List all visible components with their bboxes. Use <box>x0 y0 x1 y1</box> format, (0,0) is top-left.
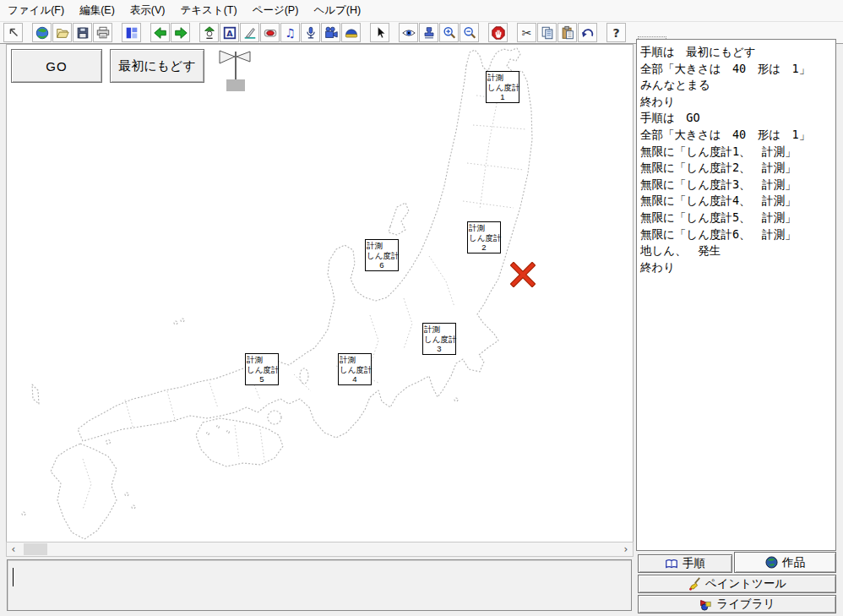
tab-procedure[interactable]: 手順 <box>638 554 732 573</box>
forward-arrow-icon <box>173 25 188 41</box>
forward-arrow-button[interactable] <box>171 23 190 42</box>
sensor-number: 1 <box>487 92 518 102</box>
book-icon <box>665 558 678 570</box>
tab-work-label: 作品 <box>782 555 805 570</box>
earthquake-marker[interactable] <box>510 262 536 287</box>
text-button[interactable]: A <box>220 23 239 42</box>
code-line: 終わり <box>640 259 835 276</box>
select-arrow-button[interactable] <box>3 23 23 42</box>
help-icon: ? <box>612 27 619 39</box>
movie-camera-button[interactable] <box>321 23 340 42</box>
reset-button[interactable]: 最初にもどす <box>110 49 204 83</box>
save-button[interactable] <box>73 23 92 42</box>
help-button[interactable]: ? <box>606 23 626 42</box>
sensor-number: 6 <box>367 260 397 270</box>
paint-tool-label: ペイントツール <box>705 576 786 591</box>
menu-item[interactable]: 編集(E) <box>72 0 122 21</box>
paste-button[interactable] <box>557 23 577 42</box>
shapes-icon <box>699 597 712 611</box>
menu-bar: ファイル(F)編集(E)表示(V)テキスト(T)ページ(P)ヘルプ(H) <box>0 0 843 22</box>
stop-hand-button[interactable] <box>488 23 508 42</box>
globe-icon <box>765 556 778 569</box>
canvas-hscrollbar: ‹ › <box>7 542 633 556</box>
x-icon <box>510 262 536 287</box>
sensor-label-line1: 計測 <box>340 355 370 365</box>
code-line: 無限に「しん度計6、 計測」 <box>640 226 835 243</box>
sensor-number: 2 <box>469 243 499 253</box>
code-panel[interactable]: 手順は 最初にもどす全部「大きさは 40 形は 1」みんなとまる終わり手順は G… <box>636 39 836 551</box>
sensor-label-line2: しん度計 <box>469 233 499 243</box>
sensor-label-line1: 計測 <box>487 73 518 83</box>
microphone-icon <box>303 25 318 41</box>
stop-hand-icon <box>491 25 506 41</box>
scroll-right-button[interactable]: › <box>619 542 633 556</box>
text-caret <box>13 568 14 586</box>
paint-tool-button[interactable]: ペイントツール <box>638 575 836 593</box>
undo-icon <box>580 25 596 41</box>
code-line: 終わり <box>640 94 835 111</box>
code-line: 無限に「しん度計4、 計測」 <box>640 193 835 210</box>
music-note-button[interactable]: ♫ <box>280 23 300 42</box>
menu-item[interactable]: ヘルプ(H) <box>306 0 368 21</box>
zoom-out-button[interactable] <box>460 23 479 42</box>
cap-button[interactable] <box>341 23 361 42</box>
sensor-label-line1: 計測 <box>247 355 277 365</box>
sensor-label-line1: 計測 <box>469 223 499 233</box>
cut-button[interactable]: ✂ <box>517 23 536 42</box>
world-button[interactable] <box>32 23 52 42</box>
flag-sprite[interactable] <box>215 47 253 93</box>
sensor-number: 4 <box>340 374 370 384</box>
menu-item[interactable]: テキスト(T) <box>172 0 244 21</box>
code-line: 地しん、 発生 <box>640 243 835 259</box>
page-layout-icon <box>124 25 139 41</box>
pen-button[interactable] <box>240 23 259 42</box>
code-line: 無限に「しん度計5、 計測」 <box>640 210 835 226</box>
zoom-in-button[interactable] <box>439 23 459 42</box>
back-arrow-button[interactable] <box>150 23 170 42</box>
sensor-label-line1: 計測 <box>367 241 397 251</box>
seismometer-sprite[interactable]: 計測 しん度計 2 <box>467 221 501 253</box>
code-line: 全部「大きさは 40 形は 1」 <box>640 127 835 144</box>
open-folder-button[interactable] <box>52 23 72 42</box>
menu-item[interactable]: 表示(V) <box>122 0 173 21</box>
sensor-number: 5 <box>247 374 277 384</box>
print-button[interactable] <box>93 23 112 42</box>
microphone-button[interactable] <box>301 23 320 42</box>
menu-item[interactable]: ページ(P) <box>245 0 307 21</box>
seismometer-sprite[interactable]: 計測 しん度計 1 <box>486 71 519 103</box>
tab-work[interactable]: 作品 <box>734 552 836 573</box>
scrollbar-track[interactable] <box>20 542 619 556</box>
cursor-arrow-button[interactable] <box>370 23 389 42</box>
menu-item[interactable]: ファイル(F) <box>0 0 72 21</box>
seismometer-sprite[interactable]: 計測 しん度計 6 <box>365 239 399 271</box>
go-button[interactable]: GO <box>11 49 102 83</box>
eye-button[interactable] <box>399 23 418 42</box>
copy-icon <box>540 25 555 41</box>
undo-button[interactable] <box>578 23 597 42</box>
music-note-icon: ♫ <box>285 27 296 39</box>
svg-text:A: A <box>226 28 233 37</box>
map-canvas[interactable]: GO 最初にもどす 計測 しん度計 1 計測 しん度計 2 計測 しん度計 3 <box>7 45 633 542</box>
command-input[interactable] <box>7 559 632 611</box>
cursor-arrow-icon <box>373 25 388 41</box>
select-arrow-icon <box>6 25 21 41</box>
japan-map <box>7 45 633 542</box>
stamp-button[interactable] <box>419 23 438 42</box>
sensor-label-line2: しん度計 <box>487 83 518 93</box>
library-button[interactable]: ライブラリ <box>638 595 836 613</box>
button-widget-icon <box>263 25 278 41</box>
sensor-label-line2: しん度計 <box>367 251 397 261</box>
stamp-figure-button[interactable] <box>199 23 219 42</box>
seismometer-sprite[interactable]: 計測 しん度計 4 <box>338 353 372 385</box>
cap-icon <box>344 25 359 41</box>
code-line: 無限に「しん度計2、 計測」 <box>640 160 835 177</box>
seismometer-sprite[interactable]: 計測 しん度計 3 <box>422 323 456 355</box>
button-widget-button[interactable] <box>260 23 280 42</box>
back-arrow-icon <box>153 25 168 41</box>
copy-button[interactable] <box>537 23 557 42</box>
scrollbar-thumb[interactable] <box>24 543 47 555</box>
seismometer-sprite[interactable]: 計測 しん度計 5 <box>245 353 279 385</box>
page-layout-button[interactable] <box>122 23 141 42</box>
scroll-left-button[interactable]: ‹ <box>7 542 20 556</box>
print-icon <box>95 25 111 41</box>
